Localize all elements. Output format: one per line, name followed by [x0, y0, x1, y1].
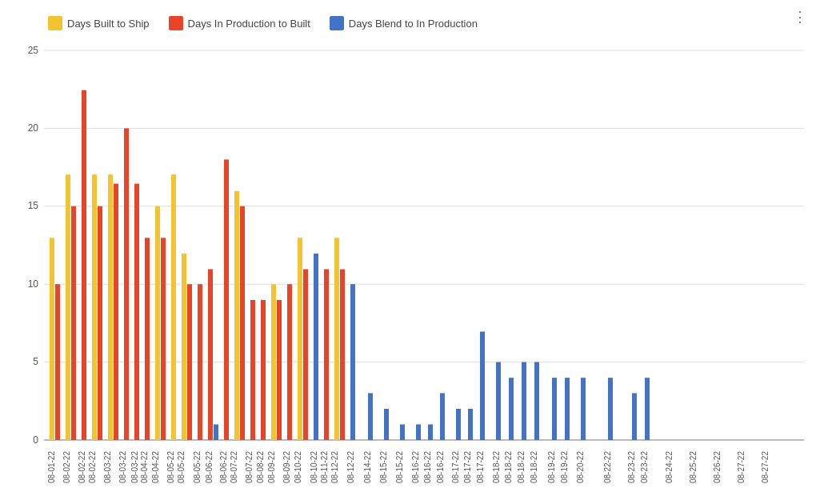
- legend-item-built-to-ship: Days Built to Ship: [48, 16, 150, 30]
- svg-text:08-10-22: 08-10-22: [310, 451, 318, 483]
- svg-text:08-08-22: 08-08-22: [256, 451, 265, 483]
- svg-rect-63: [581, 378, 586, 440]
- svg-rect-50: [400, 425, 405, 441]
- svg-rect-34: [234, 191, 239, 440]
- svg-rect-18: [92, 174, 97, 440]
- svg-rect-62: [565, 378, 570, 440]
- svg-rect-59: [522, 362, 526, 440]
- svg-text:08-23-22: 08-23-22: [627, 451, 636, 483]
- svg-text:08-03-22: 08-03-22: [130, 451, 139, 483]
- svg-rect-54: [456, 409, 461, 440]
- svg-rect-61: [552, 378, 557, 440]
- svg-text:08-03-22: 08-03-22: [103, 451, 112, 483]
- svg-rect-28: [182, 254, 186, 440]
- svg-rect-26: [161, 238, 166, 440]
- svg-text:08-18-22: 08-18-22: [517, 451, 526, 483]
- svg-rect-40: [287, 284, 292, 440]
- svg-rect-21: [114, 184, 118, 440]
- svg-rect-37: [261, 300, 266, 440]
- svg-rect-41: [298, 238, 302, 440]
- svg-rect-20: [108, 174, 113, 440]
- options-icon[interactable]: ⋮: [793, 8, 808, 26]
- svg-text:08-16-22: 08-16-22: [423, 451, 432, 483]
- svg-text:08-10-22: 08-10-22: [294, 451, 302, 483]
- svg-text:08-17-22: 08-17-22: [451, 451, 460, 483]
- legend-label-built-to-ship: Days Built to Ship: [67, 18, 150, 30]
- svg-text:10: 10: [28, 278, 39, 290]
- svg-text:08-11-22: 08-11-22: [320, 451, 329, 483]
- svg-text:08-17-22: 08-17-22: [476, 451, 485, 483]
- svg-rect-19: [98, 206, 102, 440]
- svg-rect-15: [66, 174, 70, 440]
- svg-rect-32: [214, 425, 218, 441]
- svg-text:25: 25: [28, 45, 39, 56]
- svg-text:08-17-22: 08-17-22: [463, 451, 472, 483]
- chart-legend: Days Built to Ship Days In Production to…: [0, 0, 816, 35]
- svg-rect-51: [416, 425, 421, 441]
- svg-text:0: 0: [33, 434, 38, 446]
- svg-text:08-01-22: 08-01-22: [47, 451, 56, 483]
- svg-text:08-09-22: 08-09-22: [267, 451, 276, 483]
- svg-text:5: 5: [33, 356, 38, 367]
- svg-rect-58: [509, 378, 514, 440]
- svg-text:08-09-22: 08-09-22: [282, 451, 291, 483]
- svg-text:08-12-22: 08-12-22: [346, 451, 355, 483]
- svg-rect-30: [198, 284, 202, 440]
- svg-rect-52: [428, 425, 433, 441]
- svg-text:08-20-22: 08-20-22: [576, 451, 585, 483]
- svg-rect-49: [384, 409, 389, 440]
- svg-rect-46: [340, 270, 345, 441]
- svg-text:08-05-22: 08-05-22: [193, 451, 202, 483]
- svg-rect-66: [645, 378, 650, 440]
- svg-text:08-18-22: 08-18-22: [492, 451, 501, 483]
- chart-area: 0 5 10 15 20 25: [0, 35, 816, 504]
- svg-text:08-06-22: 08-06-22: [219, 451, 228, 483]
- legend-swatch-red: [169, 16, 183, 30]
- svg-text:08-18-22: 08-18-22: [504, 451, 513, 483]
- svg-text:08-25-22: 08-25-22: [689, 451, 698, 483]
- svg-rect-64: [608, 378, 613, 440]
- legend-item-in-prod: Days In Production to Built: [169, 16, 310, 30]
- svg-rect-43: [314, 254, 318, 440]
- svg-rect-35: [240, 206, 245, 440]
- svg-rect-29: [187, 284, 192, 440]
- svg-text:08-23-22: 08-23-22: [640, 451, 649, 483]
- svg-text:08-19-22: 08-19-22: [560, 451, 569, 483]
- chart-container: Days Built to Ship Days In Production to…: [0, 0, 816, 504]
- svg-rect-48: [368, 393, 373, 440]
- svg-text:08-16-22: 08-16-22: [436, 451, 445, 483]
- svg-rect-17: [82, 90, 86, 440]
- svg-rect-27: [171, 174, 176, 440]
- svg-text:08-16-22: 08-16-22: [411, 451, 420, 483]
- svg-text:08-04-22: 08-04-22: [140, 451, 149, 483]
- svg-rect-38: [271, 284, 276, 440]
- legend-swatch-blue: [330, 16, 344, 30]
- svg-text:08-06-22: 08-06-22: [205, 451, 214, 483]
- svg-rect-44: [324, 270, 329, 441]
- svg-text:08-07-22: 08-07-22: [245, 451, 254, 483]
- svg-rect-33: [224, 159, 229, 440]
- svg-rect-47: [350, 284, 355, 440]
- svg-text:08-24-22: 08-24-22: [665, 451, 674, 483]
- svg-rect-16: [71, 206, 76, 440]
- svg-rect-45: [334, 238, 339, 440]
- svg-rect-22: [124, 128, 129, 440]
- svg-text:08-27-22: 08-27-22: [761, 451, 770, 483]
- svg-text:08-12-22: 08-12-22: [330, 451, 339, 483]
- svg-rect-56: [480, 332, 485, 441]
- svg-text:08-15-22: 08-15-22: [379, 451, 388, 483]
- svg-rect-24: [145, 238, 150, 440]
- svg-text:08-02-22: 08-02-22: [88, 451, 97, 483]
- svg-text:08-04-22: 08-04-22: [151, 451, 160, 483]
- svg-text:08-03-22: 08-03-22: [118, 451, 127, 483]
- svg-rect-42: [303, 270, 308, 441]
- svg-text:08-19-22: 08-19-22: [547, 451, 556, 483]
- svg-rect-55: [468, 409, 473, 440]
- svg-text:08-14-22: 08-14-22: [363, 451, 372, 483]
- svg-text:08-02-22: 08-02-22: [78, 451, 86, 483]
- svg-rect-53: [440, 393, 445, 440]
- svg-rect-60: [534, 362, 539, 440]
- svg-text:08-05-22: 08-05-22: [177, 451, 186, 483]
- svg-text:15: 15: [28, 200, 39, 211]
- svg-rect-14: [55, 284, 60, 440]
